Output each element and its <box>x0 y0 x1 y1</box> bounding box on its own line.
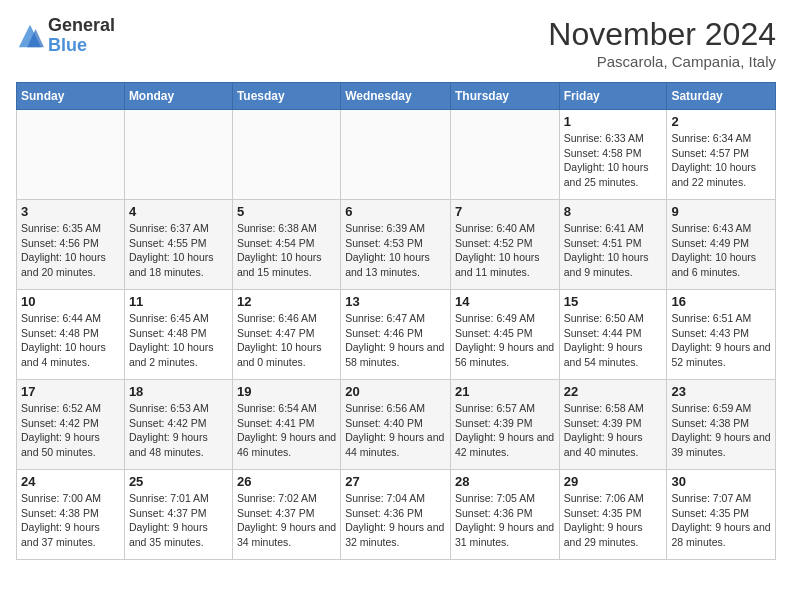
day-info: Sunrise: 6:53 AMSunset: 4:42 PMDaylight:… <box>129 401 228 460</box>
day-info: Sunrise: 6:35 AMSunset: 4:56 PMDaylight:… <box>21 221 120 280</box>
calendar-cell: 8Sunrise: 6:41 AMSunset: 4:51 PMDaylight… <box>559 200 667 290</box>
day-number: 7 <box>455 204 555 219</box>
day-number: 2 <box>671 114 771 129</box>
day-info: Sunrise: 6:51 AMSunset: 4:43 PMDaylight:… <box>671 311 771 370</box>
day-info: Sunrise: 6:40 AMSunset: 4:52 PMDaylight:… <box>455 221 555 280</box>
day-info: Sunrise: 6:33 AMSunset: 4:58 PMDaylight:… <box>564 131 663 190</box>
day-number: 14 <box>455 294 555 309</box>
calendar-cell <box>450 110 559 200</box>
weekday-header-thursday: Thursday <box>450 83 559 110</box>
day-number: 29 <box>564 474 663 489</box>
day-number: 21 <box>455 384 555 399</box>
day-info: Sunrise: 6:59 AMSunset: 4:38 PMDaylight:… <box>671 401 771 460</box>
day-number: 24 <box>21 474 120 489</box>
day-info: Sunrise: 7:01 AMSunset: 4:37 PMDaylight:… <box>129 491 228 550</box>
calendar-cell: 21Sunrise: 6:57 AMSunset: 4:39 PMDayligh… <box>450 380 559 470</box>
week-row-1: 3Sunrise: 6:35 AMSunset: 4:56 PMDaylight… <box>17 200 776 290</box>
calendar-cell <box>232 110 340 200</box>
calendar-cell: 1Sunrise: 6:33 AMSunset: 4:58 PMDaylight… <box>559 110 667 200</box>
day-number: 20 <box>345 384 446 399</box>
day-number: 17 <box>21 384 120 399</box>
day-number: 5 <box>237 204 336 219</box>
calendar-cell: 12Sunrise: 6:46 AMSunset: 4:47 PMDayligh… <box>232 290 340 380</box>
day-number: 6 <box>345 204 446 219</box>
day-number: 27 <box>345 474 446 489</box>
day-info: Sunrise: 7:07 AMSunset: 4:35 PMDaylight:… <box>671 491 771 550</box>
day-info: Sunrise: 7:00 AMSunset: 4:38 PMDaylight:… <box>21 491 120 550</box>
logo: General Blue <box>16 16 115 56</box>
calendar-cell: 22Sunrise: 6:58 AMSunset: 4:39 PMDayligh… <box>559 380 667 470</box>
day-info: Sunrise: 7:05 AMSunset: 4:36 PMDaylight:… <box>455 491 555 550</box>
calendar-body: 1Sunrise: 6:33 AMSunset: 4:58 PMDaylight… <box>17 110 776 560</box>
page: General Blue November 2024 Pascarola, Ca… <box>0 0 792 576</box>
day-number: 23 <box>671 384 771 399</box>
day-number: 3 <box>21 204 120 219</box>
day-number: 18 <box>129 384 228 399</box>
day-info: Sunrise: 6:34 AMSunset: 4:57 PMDaylight:… <box>671 131 771 190</box>
calendar-cell: 13Sunrise: 6:47 AMSunset: 4:46 PMDayligh… <box>341 290 451 380</box>
calendar-cell: 17Sunrise: 6:52 AMSunset: 4:42 PMDayligh… <box>17 380 125 470</box>
weekday-row: SundayMondayTuesdayWednesdayThursdayFrid… <box>17 83 776 110</box>
week-row-4: 24Sunrise: 7:00 AMSunset: 4:38 PMDayligh… <box>17 470 776 560</box>
day-number: 8 <box>564 204 663 219</box>
logo-general: General <box>48 16 115 36</box>
location: Pascarola, Campania, Italy <box>548 53 776 70</box>
weekday-header-monday: Monday <box>124 83 232 110</box>
calendar-cell <box>17 110 125 200</box>
weekday-header-tuesday: Tuesday <box>232 83 340 110</box>
day-info: Sunrise: 6:39 AMSunset: 4:53 PMDaylight:… <box>345 221 446 280</box>
day-info: Sunrise: 6:45 AMSunset: 4:48 PMDaylight:… <box>129 311 228 370</box>
day-number: 15 <box>564 294 663 309</box>
week-row-3: 17Sunrise: 6:52 AMSunset: 4:42 PMDayligh… <box>17 380 776 470</box>
day-info: Sunrise: 6:37 AMSunset: 4:55 PMDaylight:… <box>129 221 228 280</box>
month-title: November 2024 <box>548 16 776 53</box>
calendar-cell: 16Sunrise: 6:51 AMSunset: 4:43 PMDayligh… <box>667 290 776 380</box>
calendar-cell: 27Sunrise: 7:04 AMSunset: 4:36 PMDayligh… <box>341 470 451 560</box>
calendar-cell: 19Sunrise: 6:54 AMSunset: 4:41 PMDayligh… <box>232 380 340 470</box>
day-info: Sunrise: 7:04 AMSunset: 4:36 PMDaylight:… <box>345 491 446 550</box>
day-number: 12 <box>237 294 336 309</box>
header: General Blue November 2024 Pascarola, Ca… <box>16 16 776 70</box>
day-info: Sunrise: 6:38 AMSunset: 4:54 PMDaylight:… <box>237 221 336 280</box>
day-number: 13 <box>345 294 446 309</box>
calendar-cell: 25Sunrise: 7:01 AMSunset: 4:37 PMDayligh… <box>124 470 232 560</box>
day-info: Sunrise: 6:52 AMSunset: 4:42 PMDaylight:… <box>21 401 120 460</box>
calendar-cell: 30Sunrise: 7:07 AMSunset: 4:35 PMDayligh… <box>667 470 776 560</box>
day-info: Sunrise: 6:56 AMSunset: 4:40 PMDaylight:… <box>345 401 446 460</box>
day-info: Sunrise: 6:58 AMSunset: 4:39 PMDaylight:… <box>564 401 663 460</box>
day-info: Sunrise: 6:43 AMSunset: 4:49 PMDaylight:… <box>671 221 771 280</box>
calendar-cell: 5Sunrise: 6:38 AMSunset: 4:54 PMDaylight… <box>232 200 340 290</box>
calendar-cell: 2Sunrise: 6:34 AMSunset: 4:57 PMDaylight… <box>667 110 776 200</box>
calendar-cell: 10Sunrise: 6:44 AMSunset: 4:48 PMDayligh… <box>17 290 125 380</box>
calendar-cell: 3Sunrise: 6:35 AMSunset: 4:56 PMDaylight… <box>17 200 125 290</box>
calendar-cell: 9Sunrise: 6:43 AMSunset: 4:49 PMDaylight… <box>667 200 776 290</box>
calendar-cell <box>124 110 232 200</box>
calendar-cell: 14Sunrise: 6:49 AMSunset: 4:45 PMDayligh… <box>450 290 559 380</box>
weekday-header-wednesday: Wednesday <box>341 83 451 110</box>
day-number: 30 <box>671 474 771 489</box>
day-info: Sunrise: 6:41 AMSunset: 4:51 PMDaylight:… <box>564 221 663 280</box>
calendar-cell: 15Sunrise: 6:50 AMSunset: 4:44 PMDayligh… <box>559 290 667 380</box>
weekday-header-saturday: Saturday <box>667 83 776 110</box>
day-info: Sunrise: 6:54 AMSunset: 4:41 PMDaylight:… <box>237 401 336 460</box>
day-number: 19 <box>237 384 336 399</box>
calendar-cell: 18Sunrise: 6:53 AMSunset: 4:42 PMDayligh… <box>124 380 232 470</box>
day-number: 28 <box>455 474 555 489</box>
calendar: SundayMondayTuesdayWednesdayThursdayFrid… <box>16 82 776 560</box>
day-info: Sunrise: 6:57 AMSunset: 4:39 PMDaylight:… <box>455 401 555 460</box>
week-row-2: 10Sunrise: 6:44 AMSunset: 4:48 PMDayligh… <box>17 290 776 380</box>
day-number: 1 <box>564 114 663 129</box>
day-number: 26 <box>237 474 336 489</box>
calendar-cell: 4Sunrise: 6:37 AMSunset: 4:55 PMDaylight… <box>124 200 232 290</box>
day-number: 22 <box>564 384 663 399</box>
calendar-cell: 6Sunrise: 6:39 AMSunset: 4:53 PMDaylight… <box>341 200 451 290</box>
day-number: 25 <box>129 474 228 489</box>
logo-blue: Blue <box>48 36 115 56</box>
weekday-header-friday: Friday <box>559 83 667 110</box>
calendar-cell: 23Sunrise: 6:59 AMSunset: 4:38 PMDayligh… <box>667 380 776 470</box>
day-info: Sunrise: 6:46 AMSunset: 4:47 PMDaylight:… <box>237 311 336 370</box>
weekday-header-sunday: Sunday <box>17 83 125 110</box>
day-number: 4 <box>129 204 228 219</box>
calendar-cell: 20Sunrise: 6:56 AMSunset: 4:40 PMDayligh… <box>341 380 451 470</box>
calendar-cell: 11Sunrise: 6:45 AMSunset: 4:48 PMDayligh… <box>124 290 232 380</box>
